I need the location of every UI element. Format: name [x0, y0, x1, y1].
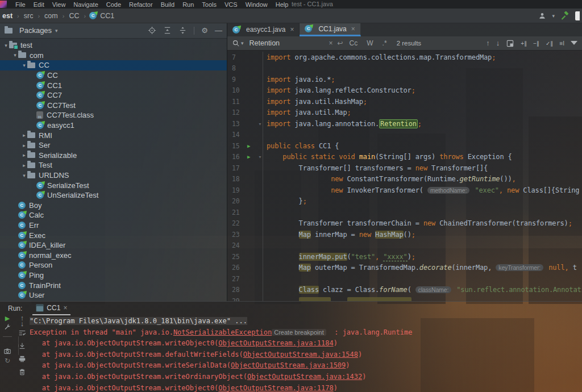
tree-item-normal_exec[interactable]: Cnormal_exec [0, 250, 227, 260]
wrench-icon[interactable] [3, 323, 11, 331]
close-icon[interactable]: × [290, 26, 294, 34]
filter-lines-icon[interactable]: ≡I [559, 43, 564, 44]
rerun-icon[interactable]: ▶ [5, 318, 10, 318]
project-view-mode[interactable]: Packages [19, 26, 52, 35]
menu-item-tools[interactable]: Tools [198, 1, 221, 8]
search-icon[interactable] [232, 39, 240, 47]
stacktrace-link[interactable]: ObjectOutputStream.java:1548 [243, 351, 358, 358]
soft-wrap-icon[interactable] [18, 329, 26, 337]
tree-item-ser[interactable]: ▸Ser [0, 140, 227, 151]
tree-item-ping[interactable]: CPing [0, 270, 227, 281]
create-breakpoint-hint[interactable]: Create breakpoint [272, 329, 326, 336]
tree-item-trainprint[interactable]: CTrainPrint [0, 280, 227, 290]
menu-item-view[interactable]: View [48, 1, 70, 8]
chevron-down-icon[interactable]: ▾ [12, 52, 18, 58]
chevron-right-icon[interactable]: ▸ [21, 162, 27, 168]
tree-item-com[interactable]: ▾com [0, 51, 227, 61]
search-input[interactable] [248, 39, 325, 48]
menu-item-window[interactable]: Window [242, 1, 272, 8]
tree-item-serializable[interactable]: ▸Serializable [0, 151, 227, 161]
run-console[interactable]: "C:\Program Files\Java\jdk1.8.0_181\bin\… [30, 315, 582, 392]
locate-icon[interactable] [148, 26, 156, 35]
menu-item-code[interactable]: Code [102, 1, 125, 8]
fold-marker-icon[interactable]: ▿ [259, 121, 261, 127]
tree-item-serializetest[interactable]: CSerializeTest [0, 180, 227, 190]
close-icon[interactable]: × [63, 304, 67, 312]
hammer-icon[interactable] [560, 11, 569, 20]
tree-item-user[interactable]: CUser [0, 290, 227, 301]
code-editor[interactable]: 7import org.apache.commons.collections.m… [227, 51, 582, 301]
tree-item-test[interactable]: ▾test [0, 40, 227, 51]
tree-item-unserializetest[interactable]: CUnSerializeTest [0, 190, 227, 201]
run-line-icon[interactable]: ▶ [247, 154, 250, 160]
add-selection-icon[interactable]: +∥ [521, 43, 527, 44]
menu-item-help[interactable]: Help [272, 1, 293, 8]
user-icon[interactable] [538, 12, 546, 20]
tree-item-cc7test[interactable]: CCC7Test [0, 101, 227, 111]
tree-item-cc[interactable]: ▾CC [0, 60, 227, 70]
fold-marker-icon[interactable]: ▿ [259, 154, 261, 160]
chevron-down-icon[interactable]: ▾ [21, 62, 27, 68]
run-line-icon[interactable]: ▶ [247, 143, 250, 149]
chevron-right-icon[interactable]: ▸ [21, 143, 27, 148]
chevron-right-icon[interactable]: ▸ [21, 132, 27, 138]
down-stack-icon[interactable]: ↓ [20, 323, 24, 324]
stacktrace-link[interactable]: ObjectOutputStream.java:1432 [247, 373, 362, 381]
select-all-occurrences-icon[interactable]: ✓∥ [546, 43, 553, 44]
run-tab[interactable]: CC1 × [32, 301, 70, 315]
tree-item-exec[interactable]: CExec [0, 230, 227, 240]
tree-item-cc7test.class[interactable]: 01CC7Test.class [0, 110, 227, 120]
tree-item-boy[interactable]: CBoy [0, 201, 227, 211]
chevron-down-icon[interactable]: ▾ [3, 43, 9, 48]
breadcrumb-item[interactable]: com [43, 12, 59, 20]
clear-trash-icon[interactable] [18, 368, 26, 376]
chevron-right-icon[interactable]: ▸ [21, 152, 27, 158]
collapse-all-icon[interactable] [178, 26, 187, 35]
history-icon[interactable]: ↩ [338, 39, 343, 47]
tree-item-calc[interactable]: CCalc [0, 210, 227, 220]
tree-item-err[interactable]: CErr [0, 220, 227, 231]
menu-item-edit[interactable]: Edit [30, 1, 48, 8]
tab-cc1-java[interactable]: CCC1.java× [300, 23, 360, 36]
tree-item-person[interactable]: CPerson [0, 260, 227, 270]
tree-item-idea_killer[interactable]: CIDEA_killer [0, 240, 227, 251]
restart-icon[interactable]: ↻ [5, 360, 10, 361]
expand-all-icon[interactable] [163, 26, 172, 35]
breadcrumb-item[interactable]: est [1, 12, 14, 20]
breadcrumb-item[interactable]: CC [68, 12, 80, 20]
tree-item-cc1[interactable]: CCC1 [0, 80, 227, 90]
stacktrace-link[interactable]: ObjectOutputStream.java:1509 [231, 361, 346, 369]
tree-item-test[interactable]: ▸Test [0, 160, 227, 170]
tree-item-urldns[interactable]: ▾URLDNS [0, 170, 227, 181]
tree-item-easycc1[interactable]: Ceasycc1 [0, 120, 227, 131]
close-icon[interactable]: × [351, 25, 355, 33]
menu-item-vcs[interactable]: VCS [221, 1, 242, 8]
stacktrace-link[interactable]: ObjectOutputStream.java:1184 [218, 339, 333, 347]
chevron-down-icon[interactable]: ▾ [21, 173, 27, 178]
print-icon[interactable] [18, 355, 26, 363]
menu-item-refactor[interactable]: Refactor [125, 1, 157, 8]
breadcrumb-item[interactable]: src [23, 12, 35, 20]
camera-icon[interactable] [3, 347, 11, 355]
stacktrace-link[interactable]: ObjectOutputStream.java:1178 [218, 384, 333, 392]
breadcrumb-item[interactable]: CC1 [99, 12, 115, 20]
stacktrace-link[interactable]: NotSerializableException [173, 328, 272, 336]
scroll-end-icon[interactable] [18, 342, 26, 350]
remove-selection-icon[interactable]: −∥ [533, 43, 539, 44]
menu-item-navigate[interactable]: Navigate [69, 1, 102, 8]
chevron-down-icon[interactable]: ▾ [55, 28, 58, 34]
menu-item-file[interactable]: File [11, 1, 30, 8]
open-in-find-window-icon[interactable] [506, 39, 514, 48]
search-toggle-cc[interactable]: Cc [348, 39, 360, 47]
tree-item-rmi[interactable]: ▸RMI [0, 130, 227, 140]
tree-item-cc7[interactable]: CCC7 [0, 90, 227, 101]
filter-funnel-icon[interactable] [571, 41, 577, 45]
menu-item-run[interactable]: Run [178, 1, 198, 8]
close-icon[interactable]: × [329, 39, 333, 47]
up-stack-icon[interactable]: ↑ [20, 318, 24, 318]
tree-item-cc[interactable]: CCC [0, 70, 227, 81]
menu-item-build[interactable]: Build [157, 1, 178, 8]
search-options-caret-icon[interactable]: ▾ [241, 40, 244, 46]
search-toggle-w[interactable]: W [365, 39, 375, 47]
dropdown-caret-icon[interactable]: ▾ [552, 13, 555, 19]
